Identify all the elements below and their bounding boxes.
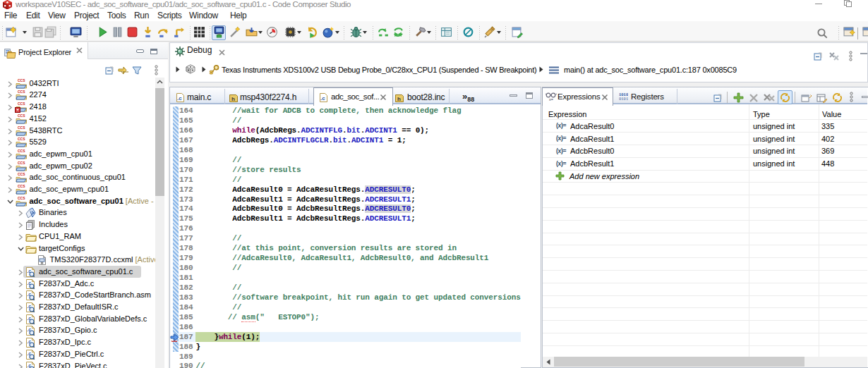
svg-text:CCS: CCS	[18, 78, 25, 82]
svg-text:CCS: CCS	[18, 90, 25, 94]
svg-text:CCS: CCS	[18, 137, 25, 141]
svg-text:CCS: CCS	[18, 149, 25, 153]
svg-text:CCS: CCS	[18, 196, 25, 200]
svg-text:0101: 0101	[619, 97, 628, 101]
svg-text:CCS: CCS	[18, 184, 25, 188]
svg-text:.c: .c	[320, 95, 325, 102]
svg-text:h: h	[231, 96, 235, 102]
svg-text:CCS: CCS	[18, 125, 25, 130]
svg-text:CCS: CCS	[18, 161, 25, 165]
svg-text:h: h	[397, 96, 401, 102]
svg-text:CCS: CCS	[18, 172, 25, 176]
svg-text:CCS: CCS	[18, 102, 25, 106]
svg-text:CCS: CCS	[18, 114, 25, 118]
svg-text:x=: x=	[549, 97, 553, 102]
svg-text:.c: .c	[177, 95, 182, 102]
